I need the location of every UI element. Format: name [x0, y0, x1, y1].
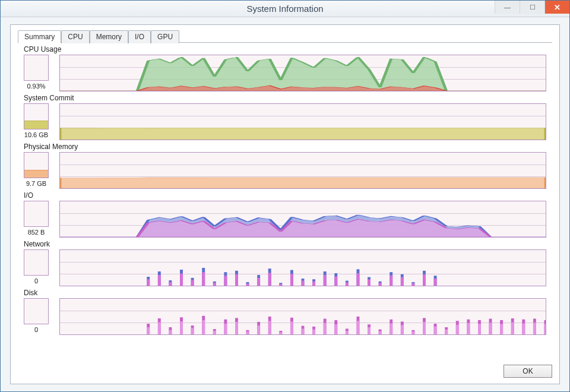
minimize-icon: — — [504, 4, 511, 11]
maximize-button[interactable]: ☐ — [520, 1, 544, 14]
row-disk: Disk 0 — [24, 289, 546, 335]
label-commit: System Commit — [24, 94, 546, 102]
value-disk: 0 — [34, 326, 38, 333]
tab-io[interactable]: I/O — [128, 30, 151, 43]
window-controls: — ☐ ✕ — [495, 1, 569, 17]
mini-disk — [24, 298, 49, 324]
mini-physmem — [24, 152, 49, 178]
mini-network — [24, 249, 49, 276]
content-area: Summary CPU Memory I/O GPU CPU Usage 0.9… — [1, 17, 569, 391]
graph-network — [59, 249, 546, 286]
mini-cpu — [24, 55, 49, 81]
row-commit: System Commit 10.6 GB — [24, 94, 546, 140]
graph-io — [59, 201, 546, 238]
label-cpu: CPU Usage — [24, 45, 546, 53]
mini-commit — [24, 103, 49, 129]
button-row: OK — [18, 361, 552, 378]
tab-strip: Summary CPU Memory I/O GPU — [18, 30, 552, 43]
close-button[interactable]: ✕ — [544, 1, 569, 14]
value-physmem: 9.7 GB — [26, 180, 46, 187]
label-disk: Disk — [24, 289, 546, 297]
close-icon: ✕ — [554, 3, 560, 12]
value-io: 852 B — [28, 229, 45, 236]
tab-cpu[interactable]: CPU — [61, 30, 89, 43]
charts-area: CPU Usage 0.93% System Commit — [18, 43, 552, 361]
tab-memory[interactable]: Memory — [90, 30, 128, 43]
graph-commit — [59, 103, 546, 140]
window-root: System Information — ☐ ✕ Summary CPU Mem… — [0, 0, 570, 392]
graph-physmem — [59, 152, 546, 189]
row-physmem: Physical Memory 9.7 GB — [24, 143, 546, 189]
label-network: Network — [24, 240, 546, 248]
value-commit: 10.6 GB — [24, 131, 48, 138]
graph-cpu — [59, 55, 546, 91]
row-network: Network 0 — [24, 240, 546, 286]
main-panel: Summary CPU Memory I/O GPU CPU Usage 0.9… — [10, 24, 560, 384]
titlebar[interactable]: System Information — ☐ ✕ — [1, 1, 569, 17]
tab-summary[interactable]: Summary — [18, 30, 61, 43]
minimize-button[interactable]: — — [495, 1, 520, 14]
ok-button[interactable]: OK — [504, 365, 552, 378]
window-title: System Information — [1, 4, 569, 14]
mini-io — [24, 201, 49, 227]
value-network: 0 — [34, 277, 38, 284]
value-cpu: 0.93% — [27, 83, 45, 90]
row-cpu: CPU Usage 0.93% — [24, 45, 546, 91]
graph-disk — [59, 298, 546, 335]
row-io: I/O 852 B — [24, 191, 546, 238]
label-io: I/O — [24, 191, 546, 200]
tab-gpu[interactable]: GPU — [151, 30, 179, 43]
maximize-icon: ☐ — [530, 4, 536, 11]
label-physmem: Physical Memory — [24, 143, 546, 151]
